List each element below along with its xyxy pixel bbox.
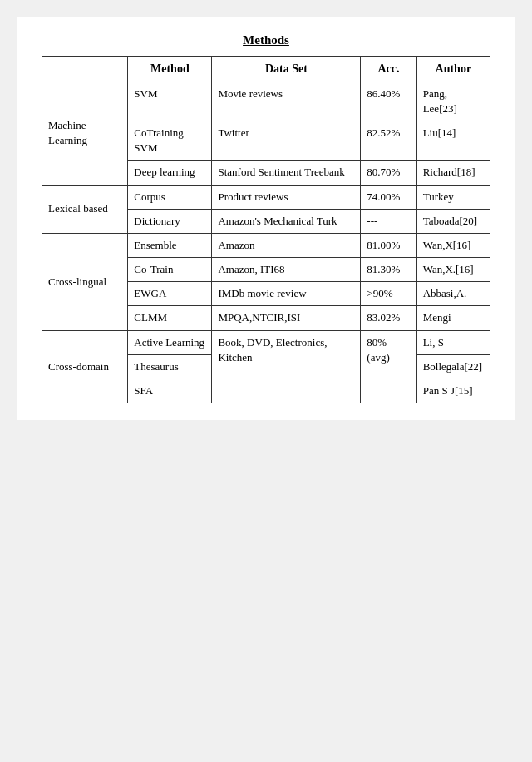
acc-cell: 83.02%	[361, 306, 416, 330]
acc-cell: 86.40%	[361, 82, 416, 121]
author-cell: Li, S	[416, 330, 490, 354]
category-cell: Cross-domain	[42, 330, 128, 403]
author-cell: Mengi	[416, 306, 490, 330]
dataset-cell: IMDb movie review	[212, 282, 361, 306]
acc-cell: 80% (avg)	[361, 330, 416, 403]
page-title: Methods	[42, 33, 490, 47]
acc-cell: ---	[361, 209, 416, 233]
method-cell: SVM	[128, 82, 212, 121]
header-acc: Acc.	[361, 57, 416, 82]
author-cell: Liu[14]	[416, 121, 490, 160]
table-row: Cross-lingualEnsembleAmazon81.00%Wan,X[1…	[42, 233, 490, 257]
table-body: Machine LearningSVMMovie reviews86.40%Pa…	[42, 82, 490, 403]
header-dataset: Data Set	[212, 57, 361, 82]
method-cell: Corpus	[128, 185, 212, 209]
header-method: Method	[128, 57, 212, 82]
author-cell: Pang, Lee[23]	[416, 82, 490, 121]
acc-cell: 81.00%	[361, 233, 416, 257]
author-cell: Bollegala[22]	[416, 354, 490, 379]
table-row: Machine LearningSVMMovie reviews86.40%Pa…	[42, 82, 490, 121]
author-cell: Richard[18]	[416, 161, 490, 185]
dataset-cell: MPQA,NTCIR,ISI	[212, 306, 361, 330]
dataset-cell: Movie reviews	[212, 82, 361, 121]
method-cell: Dictionary	[128, 209, 212, 233]
table-row: Cross-domainActive LearningBook, DVD, El…	[42, 330, 490, 354]
dataset-cell: Twitter	[212, 121, 361, 160]
category-cell: Machine Learning	[42, 82, 128, 185]
method-cell: CoTraining SVM	[128, 121, 212, 160]
author-cell: Wan,X.[16]	[416, 258, 490, 282]
header-empty	[42, 57, 128, 82]
method-cell: Co-Train	[128, 258, 212, 282]
method-cell: Active Learning	[128, 330, 212, 354]
dataset-cell: Product reviews	[212, 185, 361, 209]
method-cell: EWGA	[128, 282, 212, 306]
dataset-cell: Amazon, ITI68	[212, 258, 361, 282]
method-cell: Thesaurus	[128, 354, 212, 379]
methods-table: Method Data Set Acc. Author Machine Lear…	[42, 56, 490, 403]
author-cell: Taboada[20]	[416, 209, 490, 233]
method-cell: CLMM	[128, 306, 212, 330]
acc-cell: 80.70%	[361, 161, 416, 185]
header-row: Method Data Set Acc. Author	[42, 57, 490, 82]
method-cell: Deep learning	[128, 161, 212, 185]
dataset-cell: Amazon	[212, 233, 361, 257]
category-cell: Cross-lingual	[42, 233, 128, 330]
header-author: Author	[416, 57, 490, 82]
method-cell: SFA	[128, 379, 212, 403]
method-cell: Ensemble	[128, 233, 212, 257]
table-row: Lexical basedCorpusProduct reviews74.00%…	[42, 185, 490, 209]
category-cell: Lexical based	[42, 185, 128, 233]
acc-cell: 74.00%	[361, 185, 416, 209]
acc-cell: 82.52%	[361, 121, 416, 160]
dataset-cell: Stanford Sentiment Treebank	[212, 161, 361, 185]
dataset-cell: Book, DVD, Electronics, Kitchen	[212, 330, 361, 403]
author-cell: Pan S J[15]	[416, 379, 490, 403]
author-cell: Wan,X[16]	[416, 233, 490, 257]
acc-cell: >90%	[361, 282, 416, 306]
acc-cell: 81.30%	[361, 258, 416, 282]
dataset-cell: Amazon's Mechanical Turk	[212, 209, 361, 233]
author-cell: Turkey	[416, 185, 490, 209]
author-cell: Abbasi,A.	[416, 282, 490, 306]
page-container: Methods Method Data Set Acc. Author Mach…	[17, 17, 515, 420]
